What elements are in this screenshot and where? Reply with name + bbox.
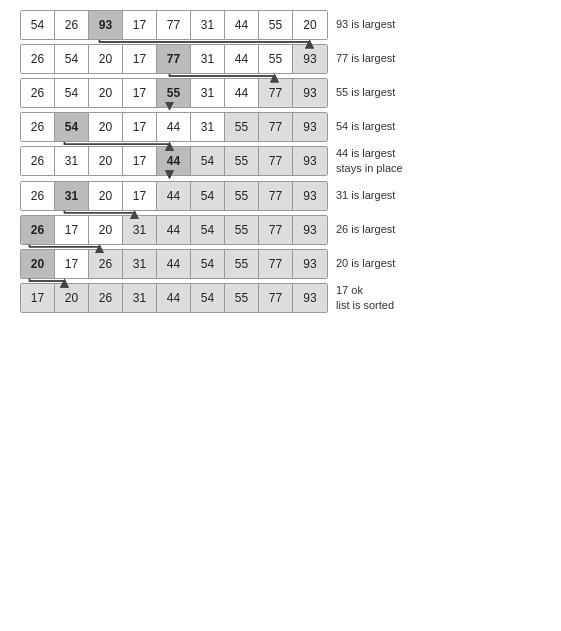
- cell-r8-c6: 55: [225, 284, 259, 312]
- cell-r8-c8: 93: [293, 284, 327, 312]
- cell-r7-c2: 26: [89, 250, 123, 278]
- array-4: 263120174454557793: [20, 146, 328, 176]
- cell-r0-c0: 54: [21, 11, 55, 39]
- array-row-0: 54269317773144552093 is largest: [20, 10, 551, 40]
- array-row-3: 26542017443155779354 is largest: [20, 112, 551, 142]
- label-0: 93 is largest: [336, 17, 426, 32]
- cell-r0-c6: 44: [225, 11, 259, 39]
- cell-r3-c0: 26: [21, 113, 55, 141]
- array-5: 263120174454557793: [20, 181, 328, 211]
- label-8: 17 oklist is sorted: [336, 283, 426, 314]
- cell-r5-c6: 55: [225, 182, 259, 210]
- cell-r1-c8: 93: [293, 45, 327, 73]
- label-5: 31 is largest: [336, 188, 426, 203]
- cell-r2-c5: 31: [191, 79, 225, 107]
- array-6: 261720314454557793: [20, 215, 328, 245]
- cell-r3-c5: 31: [191, 113, 225, 141]
- cell-r0-c4: 77: [157, 11, 191, 39]
- cell-r0-c1: 26: [55, 11, 89, 39]
- cell-r1-c0: 26: [21, 45, 55, 73]
- cell-r8-c4: 44: [157, 284, 191, 312]
- array-row-5: 26312017445455779331 is largest: [20, 181, 551, 211]
- cell-r4-c3: 17: [123, 147, 157, 175]
- cell-r3-c7: 77: [259, 113, 293, 141]
- cell-r0-c3: 17: [123, 11, 157, 39]
- cell-r2-c4: 55: [157, 79, 191, 107]
- array-row-2: 26542017553144779355 is largest: [20, 78, 551, 108]
- cell-r4-c4: 44: [157, 147, 191, 175]
- cell-r0-c8: 20: [293, 11, 327, 39]
- array-1: 265420177731445593: [20, 44, 328, 74]
- cell-r0-c5: 31: [191, 11, 225, 39]
- label-7: 20 is largest: [336, 256, 426, 271]
- cell-r7-c3: 31: [123, 250, 157, 278]
- cell-r0-c7: 55: [259, 11, 293, 39]
- cell-r6-c6: 55: [225, 216, 259, 244]
- cell-r6-c4: 44: [157, 216, 191, 244]
- cell-r7-c8: 93: [293, 250, 327, 278]
- cell-r8-c7: 77: [259, 284, 293, 312]
- cell-r5-c0: 26: [21, 182, 55, 210]
- cell-r4-c6: 55: [225, 147, 259, 175]
- label-1: 77 is largest: [336, 51, 426, 66]
- cell-r6-c1: 17: [55, 216, 89, 244]
- cell-r4-c2: 20: [89, 147, 123, 175]
- cell-r4-c7: 77: [259, 147, 293, 175]
- cell-r5-c3: 17: [123, 182, 157, 210]
- cell-r8-c1: 20: [55, 284, 89, 312]
- cell-r1-c4: 77: [157, 45, 191, 73]
- cell-r5-c5: 54: [191, 182, 225, 210]
- cell-r1-c5: 31: [191, 45, 225, 73]
- cell-r1-c2: 20: [89, 45, 123, 73]
- cell-r5-c4: 44: [157, 182, 191, 210]
- cell-r1-c7: 55: [259, 45, 293, 73]
- label-4: 44 is largeststays in place: [336, 146, 426, 177]
- cell-r3-c6: 55: [225, 113, 259, 141]
- cell-r6-c0: 26: [21, 216, 55, 244]
- cell-r6-c3: 31: [123, 216, 157, 244]
- cell-r1-c1: 54: [55, 45, 89, 73]
- cell-r5-c2: 20: [89, 182, 123, 210]
- array-3: 265420174431557793: [20, 112, 328, 142]
- cell-r4-c0: 26: [21, 147, 55, 175]
- array-row-6: 26172031445455779326 is largest: [20, 215, 551, 245]
- array-row-8: 17202631445455779317 oklist is sorted: [20, 283, 551, 314]
- cell-r3-c8: 93: [293, 113, 327, 141]
- array-8: 172026314454557793: [20, 283, 328, 313]
- cell-r7-c7: 77: [259, 250, 293, 278]
- cell-r2-c1: 54: [55, 79, 89, 107]
- array-2: 265420175531447793: [20, 78, 328, 108]
- cell-r8-c3: 31: [123, 284, 157, 312]
- array-row-7: 20172631445455779320 is largest: [20, 249, 551, 279]
- cell-r7-c4: 44: [157, 250, 191, 278]
- cell-r5-c8: 93: [293, 182, 327, 210]
- label-3: 54 is largest: [336, 119, 426, 134]
- label-2: 55 is largest: [336, 85, 426, 100]
- cell-r6-c5: 54: [191, 216, 225, 244]
- cell-r1-c6: 44: [225, 45, 259, 73]
- array-7: 201726314454557793: [20, 249, 328, 279]
- cell-r3-c3: 17: [123, 113, 157, 141]
- cell-r2-c2: 20: [89, 79, 123, 107]
- array-row-4: 26312017445455779344 is largeststays in …: [20, 146, 551, 177]
- cell-r7-c1: 17: [55, 250, 89, 278]
- cell-r2-c6: 44: [225, 79, 259, 107]
- main-container: 54269317773144552093 is largest265420177…: [0, 0, 561, 324]
- cell-r8-c2: 26: [89, 284, 123, 312]
- cell-r6-c8: 93: [293, 216, 327, 244]
- cell-r4-c1: 31: [55, 147, 89, 175]
- cell-r2-c3: 17: [123, 79, 157, 107]
- array-0: 542693177731445520: [20, 10, 328, 40]
- cell-r7-c5: 54: [191, 250, 225, 278]
- cell-r5-c1: 31: [55, 182, 89, 210]
- cell-r1-c3: 17: [123, 45, 157, 73]
- cell-r7-c6: 55: [225, 250, 259, 278]
- cell-r3-c1: 54: [55, 113, 89, 141]
- cell-r6-c2: 20: [89, 216, 123, 244]
- cell-r4-c8: 93: [293, 147, 327, 175]
- cell-r3-c4: 44: [157, 113, 191, 141]
- label-6: 26 is largest: [336, 222, 426, 237]
- cell-r7-c0: 20: [21, 250, 55, 278]
- cell-r8-c5: 54: [191, 284, 225, 312]
- cell-r4-c5: 54: [191, 147, 225, 175]
